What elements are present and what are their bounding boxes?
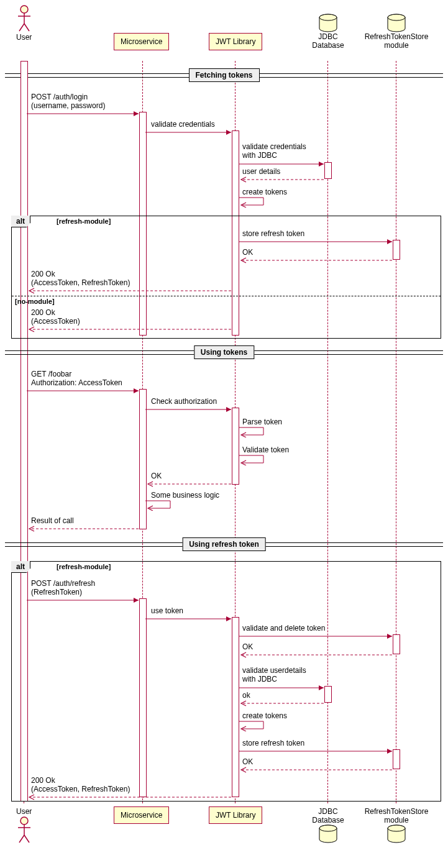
message-label: POST /auth/login (username, password): [31, 93, 105, 111]
participant-box: JWT Library: [209, 806, 262, 824]
participant-microservice-bottom: Microservice: [114, 806, 169, 824]
actor-label: User: [16, 808, 32, 816]
message-arrow: [145, 406, 235, 413]
participant-jwt: JWT Library: [209, 33, 262, 50]
svg-marker-12: [226, 130, 231, 135]
divider-fetching: Fetching tokens: [188, 68, 259, 82]
message-label: Result of call: [31, 517, 74, 526]
message-arrow: [239, 685, 327, 691]
message-arrow: [239, 239, 396, 245]
svg-marker-17: [387, 239, 392, 244]
svg-point-0: [21, 6, 28, 13]
activation-jwt: [232, 408, 239, 485]
participant-box: JWT Library: [209, 33, 262, 50]
svg-marker-14: [319, 162, 324, 167]
message-label: create tokens: [242, 188, 287, 197]
svg-point-41: [21, 817, 28, 825]
message-self-arrow: [239, 454, 267, 465]
database-icon: [387, 825, 406, 843]
alt-tag: alt: [11, 561, 30, 573]
actor-label: User: [16, 34, 32, 42]
participant-label: RefreshTokenStore module: [359, 33, 434, 50]
svg-line-4: [24, 24, 29, 31]
alt-guard: [refresh-module]: [57, 563, 111, 570]
message-arrow: [27, 388, 142, 394]
actor-icon: [17, 816, 32, 844]
message-label: Parse token: [242, 418, 282, 427]
participant-box: Microservice: [114, 33, 169, 50]
participant-db: JDBC Database: [309, 14, 347, 50]
message-label: 200 Ok (AccessToken, RefreshToken): [31, 777, 130, 794]
message-label: OK: [242, 249, 253, 257]
svg-line-45: [24, 835, 29, 843]
participant-label: RefreshTokenStore module: [359, 808, 434, 825]
actor-user-bottom: User: [16, 806, 32, 844]
participant-box: Microservice: [114, 806, 169, 824]
message-label: 200 Ok (AccessToken, RefreshToken): [31, 270, 130, 288]
svg-line-44: [19, 835, 24, 843]
message-arrow: [239, 161, 327, 167]
message-arrow: [239, 652, 396, 658]
message-arrow: [145, 616, 235, 622]
actor-icon: [17, 5, 32, 32]
message-self-arrow: [239, 720, 267, 731]
message-arrow: [239, 257, 396, 263]
message-self-arrow: [239, 426, 267, 437]
message-arrow: [239, 767, 396, 773]
svg-marker-10: [134, 111, 139, 116]
message-label: store refresh token: [242, 230, 304, 239]
message-arrow: [239, 748, 396, 754]
message-label: OK: [242, 758, 253, 767]
message-arrow: [239, 176, 327, 183]
message-arrow: [145, 481, 235, 487]
svg-marker-30: [226, 616, 231, 621]
svg-marker-28: [134, 598, 139, 603]
alt-separator: [12, 296, 441, 296]
svg-marker-38: [387, 749, 392, 754]
message-arrow: [145, 129, 235, 135]
message-arrow: [239, 700, 327, 706]
message-label: create tokens: [242, 712, 287, 721]
actor-user: User: [16, 5, 32, 42]
message-label: validate userdetails with JDBC: [242, 667, 306, 684]
message-arrow: [239, 633, 396, 639]
participant-db-bottom: JDBC Database: [309, 806, 347, 844]
message-self-arrow: [145, 500, 173, 511]
svg-point-6: [319, 14, 337, 21]
message-label: OK: [151, 472, 162, 481]
message-arrow: [27, 326, 235, 332]
alt-guard: [refresh-module]: [57, 217, 111, 225]
message-arrow: [27, 597, 142, 603]
message-arrow: [27, 526, 142, 532]
message-label: Validate token: [242, 446, 289, 455]
message-label: Check authorization: [151, 398, 217, 406]
svg-marker-35: [319, 685, 324, 690]
message-label: user details: [242, 168, 280, 176]
database-icon: [387, 14, 406, 32]
sequence-diagram: User Microservice JWT Library JDBC Datab…: [5, 5, 443, 863]
activation-microservice: [139, 598, 147, 797]
message-label: GET /foobar Authorization: AccessToken: [31, 370, 122, 388]
svg-point-8: [388, 14, 405, 21]
message-label: OK: [242, 643, 253, 652]
alt-tag: alt: [11, 216, 30, 227]
divider-using: Using tokens: [194, 345, 254, 359]
message-label: POST /auth/refresh (RefreshToken): [31, 580, 95, 597]
divider-refresh: Using refresh token: [182, 537, 266, 551]
participant-microservice: Microservice: [114, 33, 169, 50]
message-label: store refresh token: [242, 739, 304, 748]
svg-line-3: [19, 24, 24, 31]
message-label: validate and delete token: [242, 624, 325, 633]
svg-point-49: [388, 825, 405, 831]
participant-jwt-bottom: JWT Library: [209, 806, 262, 824]
participant-store: RefreshTokenStore module: [359, 14, 434, 50]
svg-point-47: [319, 825, 337, 831]
message-arrow: [27, 288, 235, 294]
message-label: Some business logic: [151, 491, 219, 500]
participant-label: JDBC Database: [309, 33, 347, 50]
message-self-arrow: [239, 196, 267, 208]
message-label: ok: [242, 692, 250, 700]
message-arrow: [27, 111, 142, 117]
database-icon: [319, 14, 337, 32]
message-label: 200 Ok (AccessToken): [31, 309, 80, 326]
